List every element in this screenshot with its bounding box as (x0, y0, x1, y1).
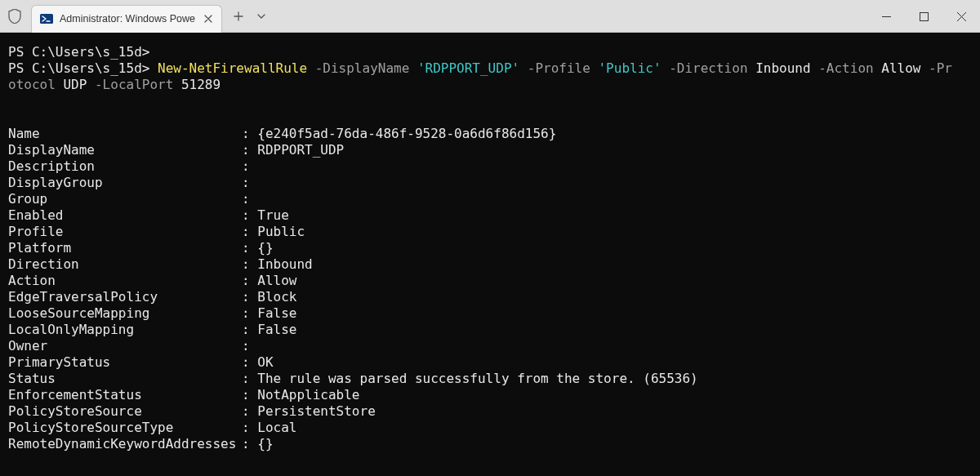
param-flag: -Profile (519, 60, 598, 76)
prompt-line: PS C:\Users\s_15d> (8, 60, 158, 76)
close-window-button[interactable] (942, 0, 980, 33)
close-tab-button[interactable] (202, 12, 215, 25)
output-key: LocalOnlyMapping (8, 322, 242, 338)
terminal-pane[interactable]: PS C:\Users\s_15d> PS C:\Users\s_15d> Ne… (0, 33, 980, 476)
output-key: EnforcementStatus (8, 387, 242, 403)
output-key: Profile (8, 224, 242, 240)
output-value: {} (257, 240, 273, 256)
output-value: True (257, 207, 289, 223)
param-flag: -DisplayName (307, 60, 417, 76)
output-value: False (257, 305, 296, 321)
param-value: UDP (63, 77, 87, 92)
output-key: DisplayGroup (8, 175, 242, 191)
prompt-line: PS C:\Users\s_15d> (8, 44, 149, 60)
titlebar: Administrator: Windows Powe (0, 0, 980, 33)
output-key: PolicyStoreSourceType (8, 420, 242, 436)
output-value: {e240f5ad-76da-486f-9528-0a6d6f86d156} (257, 126, 556, 141)
shield-icon (7, 8, 23, 24)
output-key: Description (8, 158, 242, 175)
param-flag: -Direction (662, 60, 756, 76)
output-value: Public (257, 224, 305, 239)
output-value: Allow (257, 273, 296, 288)
output-key: LooseSourceMapping (8, 305, 242, 322)
output-key: Direction (8, 256, 242, 273)
output-key: PolicyStoreSource (8, 403, 242, 420)
output-key: RemoteDynamicKeywordAddresses (8, 436, 242, 452)
param-value: 'Public' (598, 60, 661, 76)
output-key: DisplayName (8, 142, 242, 158)
minimize-button[interactable] (867, 0, 905, 33)
cmdlet-name: New-NetFirewallRule (158, 60, 307, 76)
svg-rect-1 (920, 12, 928, 20)
tab-active[interactable]: Administrator: Windows Powe (31, 5, 222, 33)
param-flag: -Pr (920, 60, 952, 76)
powershell-icon (40, 12, 53, 25)
output-key: Status (8, 371, 242, 387)
output-value: PersistentStore (257, 403, 376, 419)
param-flag: -Action (811, 60, 882, 76)
param-flag: otocol (8, 77, 63, 92)
param-flag: -LocalPort (87, 77, 181, 92)
output-key: Action (8, 273, 242, 289)
output-value: {} (257, 436, 273, 452)
output-key: Name (8, 126, 242, 142)
output-value: Local (257, 420, 296, 435)
output-value: NotApplicable (257, 387, 359, 403)
tab-title: Administrator: Windows Powe (60, 13, 195, 24)
maximize-button[interactable] (905, 0, 942, 33)
output-value: OK (257, 354, 273, 370)
param-value: 'RDPPORT_UDP' (417, 60, 519, 76)
output-value: Inbound (257, 256, 312, 272)
window-controls (867, 0, 980, 33)
output-key: Platform (8, 240, 242, 256)
new-tab-button[interactable] (227, 5, 250, 28)
param-value: Allow (881, 60, 920, 76)
output-value: Block (257, 289, 296, 305)
output-value: The rule was parsed successfully from th… (257, 371, 697, 386)
tab-dropdown-button[interactable] (250, 5, 273, 28)
output-key: Group (8, 191, 242, 207)
output-key: Enabled (8, 207, 242, 224)
svg-rect-0 (40, 14, 53, 24)
output-value: RDPPORT_UDP (257, 142, 344, 158)
param-value: Inbound (755, 60, 810, 76)
app-window: Administrator: Windows Powe PS C:\Users\… (0, 0, 980, 476)
param-value: 51289 (181, 77, 220, 92)
output-key: EdgeTraversalPolicy (8, 289, 242, 305)
output-value: False (257, 322, 296, 337)
output-key: PrimaryStatus (8, 354, 242, 371)
output-key: Owner (8, 338, 242, 354)
